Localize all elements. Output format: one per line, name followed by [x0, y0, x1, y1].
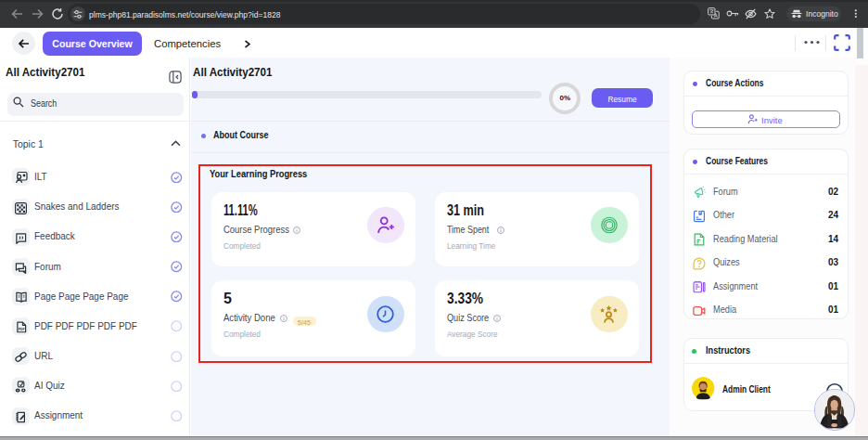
svg-text:PDF: PDF	[18, 328, 24, 331]
